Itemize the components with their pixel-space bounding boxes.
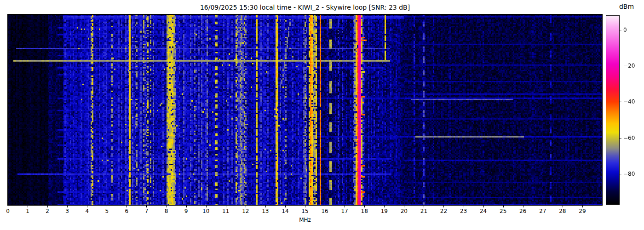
x-tick-label: 17 xyxy=(341,208,348,214)
x-tick-label: 28 xyxy=(559,208,566,214)
colorbar-tick xyxy=(620,66,621,66)
colorbar-tick xyxy=(620,174,621,174)
x-tick xyxy=(503,206,504,207)
x-tick xyxy=(364,206,365,207)
x-tick xyxy=(305,206,305,207)
x-tick-label: 24 xyxy=(480,208,487,214)
colorbar-unit-label: dBm xyxy=(612,3,641,10)
x-tick-label: 12 xyxy=(242,208,249,214)
x-tick xyxy=(126,206,127,207)
x-tick-label: 26 xyxy=(519,208,526,214)
x-tick xyxy=(87,206,87,207)
x-tick xyxy=(464,206,464,207)
x-tick-label: 22 xyxy=(440,208,447,214)
x-tick-label: 6 xyxy=(125,208,129,214)
x-tick-label: 3 xyxy=(65,208,69,214)
x-tick xyxy=(206,206,207,207)
x-tick-label: 2 xyxy=(46,208,49,214)
plot-title: 16/09/2025 15:30 local time - KIWI_2 - S… xyxy=(8,3,602,12)
x-tick-label: 14 xyxy=(282,208,288,214)
x-tick-label: 20 xyxy=(401,208,408,214)
x-tick xyxy=(265,206,266,207)
x-tick xyxy=(285,206,286,207)
x-tick xyxy=(107,206,107,207)
x-tick xyxy=(8,206,8,207)
x-tick xyxy=(543,206,543,207)
x-tick-label: 9 xyxy=(184,208,188,214)
colorbar-tick xyxy=(620,102,621,102)
x-tick xyxy=(443,206,444,207)
x-tick-label: 25 xyxy=(500,208,506,214)
x-tick-label: 21 xyxy=(420,208,427,214)
x-tick-label: 11 xyxy=(222,208,229,214)
colorbar-tick-label: −20 xyxy=(623,63,635,69)
x-tick xyxy=(28,206,28,207)
x-tick xyxy=(424,206,424,207)
spectrogram-page: 16/09/2025 15:30 local time - KIWI_2 - S… xyxy=(0,0,644,230)
x-tick xyxy=(563,206,563,207)
x-tick xyxy=(404,206,404,207)
colorbar-tick xyxy=(620,138,621,138)
x-tick xyxy=(146,206,147,207)
x-tick-label: 1 xyxy=(26,208,29,214)
x-tick-label: 7 xyxy=(145,208,149,214)
colorbar-tick-label: −60 xyxy=(623,135,635,141)
x-tick-label: 10 xyxy=(202,208,209,214)
x-tick-label: 8 xyxy=(165,208,168,214)
x-tick-label: 5 xyxy=(105,208,109,214)
colorbar-tick xyxy=(620,30,621,30)
x-axis-label: MHz xyxy=(8,217,602,223)
x-tick xyxy=(325,206,325,207)
x-tick xyxy=(582,206,583,207)
x-tick xyxy=(67,206,68,207)
x-tick xyxy=(186,206,187,207)
colorbar-tick-label: −40 xyxy=(623,98,635,105)
x-tick-label: 29 xyxy=(579,208,586,214)
x-tick-label: 13 xyxy=(262,208,269,214)
x-tick-label: 4 xyxy=(85,208,89,214)
x-tick-label: 16 xyxy=(321,208,328,214)
colorbar-gradient xyxy=(606,16,619,204)
x-tick-label: 15 xyxy=(301,208,308,214)
colorbar-tick-label: 0 xyxy=(623,27,627,33)
x-tick-label: 23 xyxy=(460,208,467,214)
x-tick xyxy=(246,206,246,207)
x-tick xyxy=(167,206,167,207)
x-tick xyxy=(47,206,48,207)
x-tick xyxy=(483,206,484,207)
waterfall-canvas xyxy=(8,15,602,205)
x-tick-label: 0 xyxy=(6,208,10,214)
colorbar-tick-label: −80 xyxy=(623,171,635,177)
x-tick-label: 19 xyxy=(381,208,388,214)
x-tick-label: 18 xyxy=(361,208,368,214)
x-tick xyxy=(226,206,226,207)
x-tick-label: 27 xyxy=(539,208,546,214)
x-tick xyxy=(345,206,345,207)
x-tick xyxy=(523,206,523,207)
x-tick xyxy=(384,206,385,207)
